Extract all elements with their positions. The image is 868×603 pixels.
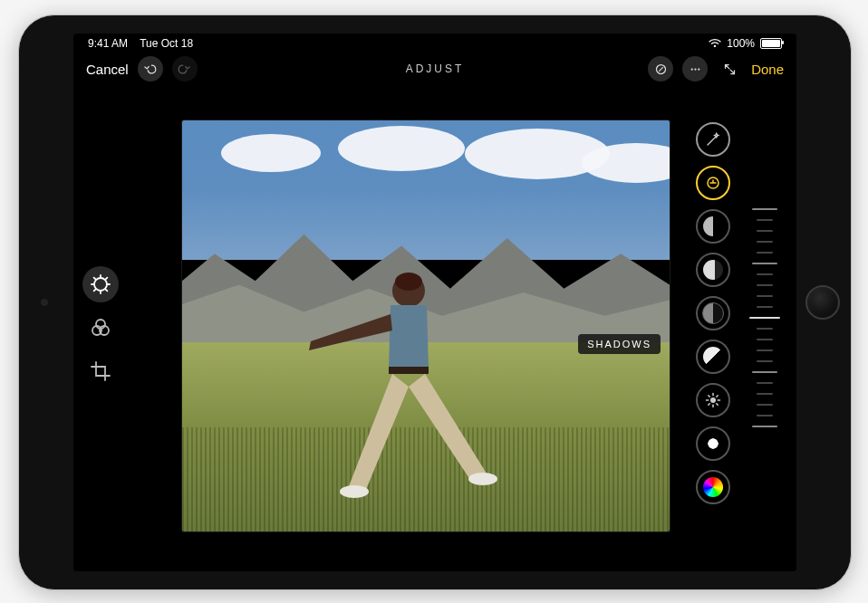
done-button[interactable]: Done bbox=[751, 62, 784, 77]
mode-crop-button[interactable] bbox=[82, 353, 119, 389]
adjust-highlights[interactable] bbox=[696, 253, 730, 287]
svg-line-29 bbox=[717, 404, 719, 406]
adjustment-sidebar bbox=[686, 122, 786, 544]
screen: 9:41 AM Tue Oct 18 100% ADJUST bbox=[73, 34, 796, 571]
editor-nav-bar: ADJUST Cancel bbox=[73, 53, 796, 84]
mode-adjust-button[interactable] bbox=[82, 266, 119, 302]
redo-button[interactable] bbox=[172, 56, 198, 81]
adjust-dial-icon bbox=[90, 273, 111, 295]
status-bar: 9:41 AM Tue Oct 18 100% bbox=[73, 34, 796, 53]
photo: SHADOWS bbox=[182, 120, 670, 531]
svg-line-11 bbox=[105, 289, 107, 291]
svg-point-2 bbox=[690, 68, 692, 70]
mode-filters-button[interactable] bbox=[82, 310, 119, 346]
svg-line-31 bbox=[709, 404, 710, 406]
svg-line-30 bbox=[717, 396, 719, 397]
front-camera bbox=[41, 299, 48, 306]
photo-subject bbox=[293, 260, 519, 531]
status-date: Tue Oct 18 bbox=[140, 37, 193, 50]
svg-line-28 bbox=[709, 396, 710, 397]
magic-wand-icon bbox=[705, 131, 721, 148]
exposure-icon bbox=[705, 175, 721, 191]
markup-button[interactable] bbox=[648, 56, 673, 81]
photo-canvas[interactable]: SHADOWS bbox=[182, 120, 670, 531]
svg-point-20 bbox=[340, 485, 369, 498]
undo-icon bbox=[143, 62, 157, 76]
adjustment-name-badge: SHADOWS bbox=[578, 334, 661, 354]
svg-point-21 bbox=[468, 473, 497, 485]
filters-icon bbox=[90, 317, 111, 339]
undo-button[interactable] bbox=[138, 56, 163, 81]
expand-icon bbox=[723, 62, 737, 76]
adjust-contrast[interactable] bbox=[696, 340, 730, 374]
adjust-auto[interactable] bbox=[696, 122, 730, 157]
battery-icon bbox=[760, 38, 782, 49]
more-button[interactable] bbox=[682, 56, 708, 81]
ipad-device-frame: 9:41 AM Tue Oct 18 100% ADJUST bbox=[18, 14, 852, 590]
adjust-shadows[interactable] bbox=[696, 296, 730, 330]
slider-center-tick bbox=[749, 317, 780, 319]
adjust-exposure[interactable] bbox=[696, 166, 730, 200]
adjustment-tools-column bbox=[693, 122, 733, 544]
adjust-brightness[interactable] bbox=[696, 383, 730, 417]
cancel-button[interactable]: Cancel bbox=[86, 62, 129, 77]
svg-line-12 bbox=[105, 278, 107, 280]
adjust-black-point[interactable] bbox=[696, 426, 730, 461]
wifi-icon bbox=[709, 39, 721, 48]
editor-area: SHADOWS bbox=[73, 84, 796, 571]
battery-percent: 100% bbox=[727, 37, 755, 50]
fullscreen-button[interactable] bbox=[717, 56, 742, 81]
svg-line-10 bbox=[94, 278, 96, 280]
adjustment-slider[interactable] bbox=[744, 204, 786, 463]
svg-point-3 bbox=[694, 68, 696, 70]
svg-point-0 bbox=[714, 45, 716, 47]
crop-icon bbox=[90, 360, 111, 382]
status-right: 100% bbox=[709, 37, 782, 50]
svg-line-13 bbox=[94, 289, 96, 291]
home-button[interactable] bbox=[805, 285, 840, 320]
edit-mode-rail bbox=[82, 266, 119, 389]
svg-point-18 bbox=[395, 273, 422, 291]
ellipsis-icon bbox=[689, 62, 702, 76]
status-time: 9:41 AM bbox=[88, 37, 128, 50]
redo-icon bbox=[178, 62, 191, 76]
svg-point-23 bbox=[710, 397, 716, 403]
brightness-icon bbox=[705, 392, 721, 408]
adjust-saturation[interactable] bbox=[696, 470, 730, 504]
markup-icon bbox=[654, 62, 668, 76]
adjust-brilliance[interactable] bbox=[696, 209, 730, 244]
status-left: 9:41 AM Tue Oct 18 bbox=[88, 37, 193, 50]
svg-point-4 bbox=[698, 68, 699, 70]
svg-rect-19 bbox=[389, 367, 429, 374]
